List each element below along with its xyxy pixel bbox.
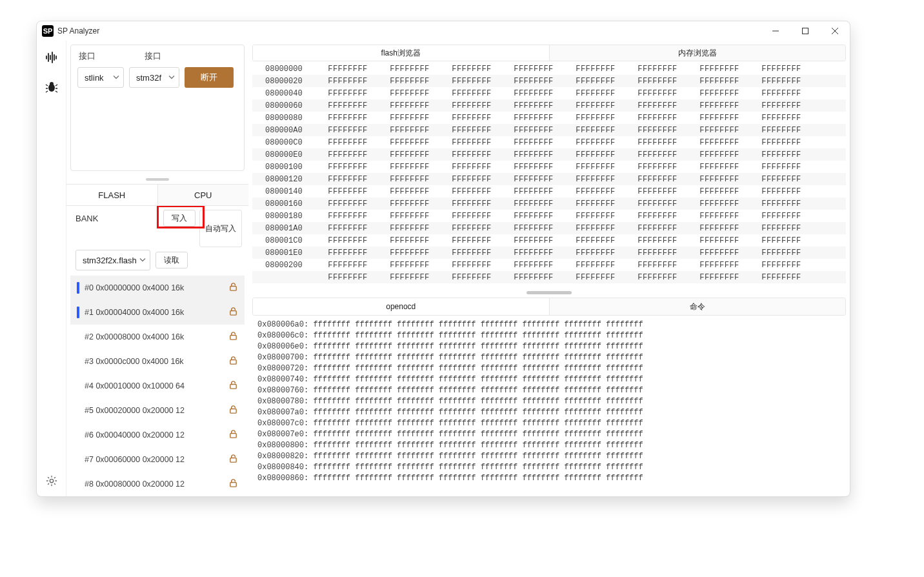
hex-row: FFFFFFFFFFFFFFFFFFFFFFFFFFFFFFFFFFFFFFFF… bbox=[252, 271, 846, 283]
titlebar: SP SP Analyzer bbox=[37, 21, 850, 41]
hex-cell: FFFFFFFF bbox=[688, 175, 750, 184]
hex-row: 08000040FFFFFFFFFFFFFFFFFFFFFFFFFFFFFFFF… bbox=[252, 87, 846, 99]
unlock-icon bbox=[228, 429, 238, 441]
sector-row[interactable]: #2 0x00008000 0x4000 16k bbox=[70, 325, 245, 349]
hex-cell: FFFFFFFF bbox=[750, 273, 812, 282]
sector-row[interactable]: #4 0x00010000 0x10000 64 bbox=[70, 374, 245, 398]
hex-cell: FFFFFFFF bbox=[565, 261, 627, 270]
log-line: 0x08000740: ffffffff ffffffff ffffffff f… bbox=[257, 374, 841, 385]
tab-flash[interactable]: FLASH bbox=[66, 184, 157, 206]
disconnect-button[interactable]: 断开 bbox=[185, 67, 234, 88]
sector-row[interactable]: #6 0x00040000 0x20000 12 bbox=[70, 423, 245, 447]
hex-cell: FFFFFFFF bbox=[503, 236, 565, 245]
chevron-down-icon bbox=[139, 256, 146, 265]
hex-cell: FFFFFFFF bbox=[688, 150, 750, 159]
hex-cell: FFFFFFFF bbox=[379, 187, 441, 196]
chevron-down-icon bbox=[113, 73, 119, 83]
sector-row[interactable]: #5 0x00020000 0x20000 12 bbox=[70, 398, 245, 423]
hex-cell: FFFFFFFF bbox=[441, 101, 503, 110]
sector-row[interactable]: #8 0x00080000 0x20000 12 bbox=[70, 472, 245, 496]
hex-cell: FFFFFFFF bbox=[565, 77, 627, 86]
log-line: 0x08000720: ffffffff ffffffff ffffffff f… bbox=[257, 363, 841, 374]
hex-cell: FFFFFFFF bbox=[688, 261, 750, 270]
bug-icon[interactable] bbox=[43, 78, 61, 96]
target-select[interactable]: stm32f bbox=[129, 67, 179, 88]
minimize-button[interactable] bbox=[761, 21, 790, 41]
hex-cell: FFFFFFFF bbox=[503, 224, 565, 233]
hex-cell: FFFFFFFF bbox=[688, 138, 750, 147]
chevron-down-icon bbox=[168, 73, 175, 83]
hex-cell: FFFFFFFF bbox=[503, 65, 565, 74]
tab-openocd[interactable]: openocd bbox=[253, 298, 549, 315]
hex-cell: FFFFFFFF bbox=[317, 138, 379, 147]
hex-cell: FFFFFFFF bbox=[503, 248, 565, 258]
sector-row[interactable]: #7 0x00060000 0x20000 12 bbox=[70, 447, 245, 472]
hex-cell: FFFFFFFF bbox=[627, 77, 688, 86]
sector-row[interactable]: #1 0x00004000 0x4000 16k bbox=[70, 300, 245, 325]
unlock-icon bbox=[228, 282, 238, 294]
hex-cell: FFFFFFFF bbox=[627, 138, 688, 147]
tab-memory-viewer[interactable]: 内存浏览器 bbox=[549, 45, 846, 61]
svg-point-2 bbox=[50, 82, 54, 86]
hex-cell: FFFFFFFF bbox=[688, 199, 750, 208]
hex-cell: FFFFFFFF bbox=[503, 114, 565, 123]
sector-list[interactable]: #0 0x00000000 0x4000 16k#1 0x00004000 0x… bbox=[70, 276, 245, 496]
hex-cell: FFFFFFFF bbox=[317, 101, 379, 110]
log-output[interactable]: 0x080006a0: ffffffff ffffffff ffffffff f… bbox=[252, 317, 846, 492]
sector-row[interactable]: #3 0x0000c000 0x4000 16k bbox=[70, 349, 245, 374]
hex-view[interactable]: 08000000FFFFFFFFFFFFFFFFFFFFFFFFFFFFFFFF… bbox=[252, 63, 846, 290]
hex-cell: FFFFFFFF bbox=[503, 273, 565, 282]
hex-cell: FFFFFFFF bbox=[441, 261, 503, 270]
hex-cell: FFFFFFFF bbox=[317, 199, 379, 208]
tab-flash-viewer[interactable]: flash浏览器 bbox=[253, 45, 549, 61]
read-button[interactable]: 读取 bbox=[156, 252, 188, 268]
hex-row: 080000E0FFFFFFFFFFFFFFFFFFFFFFFFFFFFFFFF… bbox=[252, 148, 846, 161]
split-handle[interactable] bbox=[66, 175, 248, 184]
hex-cell: FFFFFFFF bbox=[379, 114, 441, 123]
hex-row: 08000200FFFFFFFFFFFFFFFFFFFFFFFFFFFFFFFF… bbox=[252, 259, 846, 271]
hex-cell: FFFFFFFF bbox=[379, 65, 441, 74]
hex-cell: FFFFFFFF bbox=[565, 89, 627, 98]
wave-icon[interactable] bbox=[43, 48, 61, 66]
hex-cell: FFFFFFFF bbox=[441, 175, 503, 184]
hex-scroll-indicator[interactable] bbox=[248, 290, 850, 295]
hex-cell: FFFFFFFF bbox=[441, 77, 503, 86]
hex-cell: FFFFFFFF bbox=[317, 65, 379, 74]
maximize-button[interactable] bbox=[790, 21, 820, 41]
bank-select[interactable]: stm32f2x.flash bbox=[75, 250, 150, 270]
hex-cell: FFFFFFFF bbox=[379, 89, 441, 98]
interface-select[interactable]: stlink bbox=[77, 67, 124, 88]
hex-cell: FFFFFFFF bbox=[317, 236, 379, 245]
hex-cell: FFFFFFFF bbox=[565, 187, 627, 196]
hex-cell: FFFFFFFF bbox=[503, 150, 565, 159]
hex-cell: FFFFFFFF bbox=[503, 138, 565, 147]
app-window: SP SP Analyzer bbox=[36, 21, 850, 497]
hex-cell: FFFFFFFF bbox=[627, 236, 688, 245]
tab-command[interactable]: 命令 bbox=[549, 298, 846, 315]
hex-address: 08000200 bbox=[265, 261, 317, 270]
selection-bar bbox=[77, 282, 79, 294]
unlock-icon bbox=[228, 454, 238, 465]
hex-cell: FFFFFFFF bbox=[750, 175, 812, 184]
hex-cell: FFFFFFFF bbox=[317, 187, 379, 196]
hex-cell: FFFFFFFF bbox=[317, 150, 379, 159]
right-panel: flash浏览器 内存浏览器 08000000FFFFFFFFFFFFFFFFF… bbox=[248, 41, 850, 496]
hex-cell: FFFFFFFF bbox=[688, 212, 750, 221]
close-button[interactable] bbox=[820, 21, 850, 41]
hex-cell: FFFFFFFF bbox=[379, 261, 441, 270]
sector-text: #2 0x00008000 0x4000 16k bbox=[85, 332, 223, 341]
svg-rect-10 bbox=[230, 434, 236, 438]
tab-cpu[interactable]: CPU bbox=[157, 184, 249, 206]
hex-cell: FFFFFFFF bbox=[441, 114, 503, 123]
hex-address: 08000020 bbox=[265, 77, 317, 86]
sector-row[interactable]: #0 0x00000000 0x4000 16k bbox=[70, 276, 245, 300]
hex-cell: FFFFFFFF bbox=[441, 248, 503, 258]
hex-cell: FFFFFFFF bbox=[565, 212, 627, 221]
hex-cell: FFFFFFFF bbox=[750, 261, 812, 270]
bank-select-value: stm32f2x.flash bbox=[83, 256, 137, 265]
settings-icon[interactable] bbox=[43, 472, 61, 490]
hex-address: 080000E0 bbox=[265, 150, 317, 159]
hex-row: 08000060FFFFFFFFFFFFFFFFFFFFFFFFFFFFFFFF… bbox=[252, 99, 846, 112]
auto-write-button[interactable]: 自动写入 bbox=[199, 210, 242, 247]
svg-rect-5 bbox=[230, 311, 236, 316]
